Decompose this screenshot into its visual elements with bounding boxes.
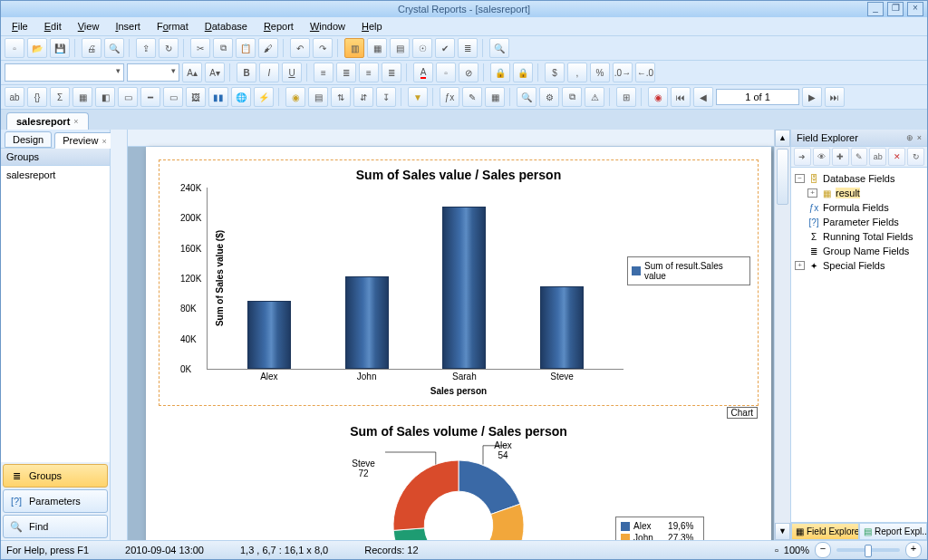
zoom-out-icon[interactable]: − — [815, 542, 831, 558]
menu-edit[interactable]: Edit — [37, 19, 69, 34]
group-sort-icon[interactable]: ⇵ — [353, 87, 373, 107]
tab-field-explorer[interactable]: ▦Field Explorer — [791, 523, 859, 540]
close-button[interactable]: × — [907, 2, 923, 16]
increase-font-icon[interactable]: A▴ — [182, 63, 202, 82]
align-right-icon[interactable]: ≡ — [359, 63, 379, 82]
select-expert-icon[interactable]: ◉ — [285, 87, 305, 107]
scroll-thumb[interactable] — [777, 149, 788, 205]
record-sort-icon[interactable]: ↧ — [376, 87, 396, 107]
menu-window[interactable]: Window — [303, 19, 353, 34]
align-center-icon[interactable]: ≣ — [336, 63, 356, 82]
format-painter-icon[interactable]: 🖌 — [258, 38, 278, 58]
insert-map-icon[interactable]: 🌐 — [231, 87, 251, 107]
insert-text-icon[interactable]: ab — [5, 87, 24, 107]
export-icon[interactable]: ⇪ — [136, 38, 156, 58]
template-icon[interactable]: ▦ — [485, 87, 505, 107]
refresh-fields-icon[interactable]: ↻ — [907, 148, 924, 166]
options-icon[interactable]: ⚙ — [539, 87, 559, 107]
insert-picture-icon[interactable]: 🖼 — [186, 87, 206, 107]
menu-report[interactable]: Report — [256, 19, 301, 34]
alerts-icon[interactable]: ⚠ — [585, 87, 604, 107]
node-formula-fields[interactable]: ƒxFormula Fields — [793, 200, 925, 215]
group-tree[interactable]: salesreport — [1, 166, 110, 462]
restore-button[interactable]: ❐ — [887, 2, 904, 16]
repository-icon[interactable]: ☉ — [412, 38, 432, 58]
increase-decimals-icon[interactable]: .0→ — [613, 63, 633, 82]
parameters-button[interactable]: [?]Parameters — [3, 489, 108, 513]
report-explorer-icon[interactable]: ▤ — [390, 38, 410, 58]
tab-report-explorer[interactable]: ▤Report Expl... — [859, 523, 927, 540]
node-running-total[interactable]: ΣRunning Total Fields — [793, 229, 925, 244]
bar-chart[interactable]: Sum of Sales value / Sales person Sum of… — [159, 159, 759, 406]
insert-line-icon[interactable]: ━ — [140, 87, 160, 107]
scroll-up-icon[interactable]: ▲ — [775, 130, 790, 147]
menu-view[interactable]: View — [71, 19, 107, 34]
zoom-slider[interactable] — [836, 548, 900, 552]
zoom-icon[interactable]: 🔍 — [517, 87, 536, 107]
paste-icon[interactable]: 📋 — [236, 38, 256, 58]
group-tree-root[interactable]: salesreport — [6, 169, 104, 180]
workbench-icon[interactable]: ≣ — [458, 38, 478, 58]
close-preview-icon[interactable]: × — [102, 137, 106, 146]
panel-close-icon[interactable]: × — [917, 133, 922, 142]
pin-icon[interactable]: ⊕ — [906, 133, 914, 142]
save-icon[interactable]: 💾 — [50, 38, 70, 58]
formula-workshop-icon[interactable]: ƒx — [440, 87, 459, 107]
menu-insert[interactable]: Insert — [108, 19, 148, 34]
insert-group-icon[interactable]: {} — [27, 87, 47, 107]
node-database-fields[interactable]: −🗄Database Fields — [793, 171, 925, 186]
groups-button[interactable]: ≣Groups — [3, 464, 108, 488]
percent-icon[interactable]: % — [590, 63, 610, 82]
preview-icon[interactable]: 🔍 — [104, 38, 124, 58]
scroll-down-icon[interactable]: ▼ — [775, 523, 790, 540]
font-combo[interactable] — [5, 63, 124, 82]
insert-crosstab-icon[interactable]: ▦ — [72, 87, 92, 107]
currency-icon[interactable]: $ — [545, 63, 565, 82]
redo-icon[interactable]: ↷ — [313, 38, 333, 58]
doc-tab-salesreport[interactable]: salesreport× — [6, 112, 89, 130]
node-group-name[interactable]: ≣Group Name Fields — [793, 244, 925, 258]
canvas-scroll[interactable]: Sum of Sales value / Sales person Sum of… — [128, 130, 774, 540]
undo-icon[interactable]: ↶ — [290, 38, 310, 58]
vertical-scrollbar[interactable]: ▲ ▼ — [774, 130, 790, 540]
suppress-icon[interactable]: ⊘ — [459, 63, 478, 82]
menu-format[interactable]: Format — [150, 19, 196, 34]
insert-subreport-icon[interactable]: ▭ — [118, 87, 138, 107]
thousands-icon[interactable]: , — [567, 63, 587, 82]
layout-toggle-icon[interactable]: ▫ — [775, 545, 778, 555]
new-field-icon[interactable]: ✚ — [832, 148, 849, 166]
toggle-grid-icon[interactable]: ⊞ — [616, 87, 636, 107]
section-expert-icon[interactable]: ▤ — [308, 87, 328, 107]
tab-design[interactable]: Design — [5, 131, 52, 148]
insert-field-icon[interactable]: ➜ — [794, 148, 811, 166]
minimize-button[interactable]: _ — [867, 2, 884, 16]
new-icon[interactable]: ▫ — [5, 38, 24, 58]
nav-last-icon[interactable]: ⏭ — [825, 87, 845, 107]
insert-chart-icon[interactable]: ▮▮ — [208, 87, 228, 107]
copy-icon[interactable]: ⧉ — [213, 38, 233, 58]
font-size-combo[interactable] — [127, 63, 179, 82]
outside-border-icon[interactable]: ▫ — [436, 63, 456, 82]
node-parameter-fields[interactable]: [?]Parameter Fields — [793, 215, 925, 229]
find-icon[interactable]: 🔍 — [489, 38, 509, 58]
report-page[interactable]: Sum of Sales value / Sales person Sum of… — [146, 147, 771, 540]
bold-icon[interactable]: B — [237, 63, 256, 82]
edit-field-icon[interactable]: ✎ — [851, 148, 868, 166]
lock-size-icon[interactable]: 🔒 — [513, 63, 533, 82]
lock-format-icon[interactable]: 🔒 — [490, 63, 510, 82]
decrease-font-icon[interactable]: A▾ — [205, 63, 225, 82]
sort-icon[interactable]: ⇅ — [331, 87, 351, 107]
align-justify-icon[interactable]: ≣ — [382, 63, 401, 82]
stop-icon[interactable]: ◉ — [648, 87, 668, 107]
cut-icon[interactable]: ✂ — [190, 38, 210, 58]
font-color-icon[interactable]: A — [413, 63, 433, 82]
align-left-icon[interactable]: ≡ — [314, 63, 334, 82]
highlighting-icon[interactable]: ✎ — [462, 87, 482, 107]
print-icon[interactable]: 🖨 — [82, 38, 102, 58]
menu-help[interactable]: Help — [354, 19, 390, 34]
menu-database[interactable]: Database — [198, 19, 255, 34]
page-indicator[interactable]: 1 of 1 — [716, 89, 799, 105]
nav-first-icon[interactable]: ⏮ — [671, 87, 691, 107]
node-special-fields[interactable]: +✦Special Fields — [793, 258, 925, 273]
delete-field-icon[interactable]: ✕ — [888, 148, 905, 166]
